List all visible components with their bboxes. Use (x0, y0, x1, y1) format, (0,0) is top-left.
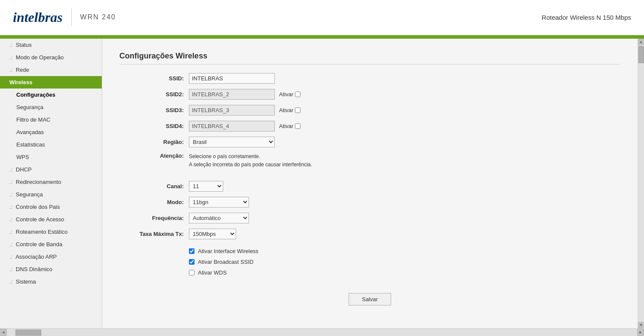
scroll-up-button[interactable]: ▲ (638, 39, 644, 45)
modo-select[interactable]: 11bgn (189, 197, 249, 208)
sidebar-item-controle-acesso[interactable]: .: Controle de Acesso (0, 213, 102, 226)
form-section: SSID: SSID2: Ativar SSID3: Ativar (119, 73, 620, 305)
ssid2-label: SSID2: (119, 91, 184, 98)
sidebar-item-estatisticas[interactable]: Estatísticas (0, 138, 102, 151)
ativar4-checkbox[interactable] (295, 123, 301, 129)
scroll-right-button[interactable]: ► (637, 329, 644, 336)
ssid4-label: SSID4: (119, 123, 184, 129)
ativar4-text: Ativar (279, 123, 293, 129)
dot-icon: .: (9, 204, 12, 210)
ativar2-checkbox[interactable] (295, 92, 301, 97)
ssid-input[interactable] (189, 73, 275, 84)
sidebar-label-status: Status (16, 42, 32, 48)
sidebar-item-wireless[interactable]: Wireless (0, 76, 102, 89)
ssid3-row: SSID3: Ativar (119, 105, 620, 116)
header-left: intelbras WRN 240 (13, 9, 116, 26)
sidebar-item-controle-pais[interactable]: .: Controle dos Pais (0, 201, 102, 213)
atencao-label: Atenção: (119, 153, 184, 159)
atencao-row: Atenção: Selecione o país corretamente. … (119, 153, 620, 169)
sidebar-label-wps: WPS (16, 154, 29, 160)
sidebar-item-seguranca2[interactable]: .: Segurança (0, 188, 102, 201)
taxa-row: Taxa Máxima Tx: 150Mbps (119, 229, 620, 239)
regiao-select[interactable]: Brasil (189, 137, 275, 147)
sidebar-item-redirecionamento[interactable]: .: Redirecionamento (0, 176, 102, 188)
sidebar-label-rede: Rede (16, 67, 29, 73)
sidebar: .: Status .: Modo de Operação .: Rede Wi… (0, 39, 102, 328)
ssid3-input[interactable] (189, 105, 275, 116)
sidebar-item-filtro-mac[interactable]: Filtro de MAC (0, 113, 102, 126)
ativar4-label: Ativar (279, 123, 301, 129)
sidebar-item-modo-operacao[interactable]: .: Modo de Operação (0, 51, 102, 64)
regiao-row: Região: Brasil (119, 137, 620, 147)
ssid4-row: SSID4: Ativar (119, 121, 620, 131)
sidebar-label-redirecionamento: Redirecionamento (16, 179, 61, 185)
dot-icon: .: (9, 179, 12, 185)
sidebar-item-seguranca[interactable]: Segurança (0, 101, 102, 113)
frequencia-row: Frequência: Automático (119, 213, 620, 223)
sidebar-label-controle-acesso: Controle de Acesso (16, 216, 64, 223)
ativar3-checkbox[interactable] (295, 107, 301, 113)
dot-icon: .: (9, 67, 12, 73)
canal-select[interactable]: 11 (189, 181, 223, 192)
ssid-label: SSID: (119, 75, 184, 82)
dot-icon: .: (9, 241, 12, 247)
sidebar-item-dhcp[interactable]: .: DHCP (0, 163, 102, 176)
bottom-scroll-thumb[interactable] (15, 330, 41, 336)
canal-row: Canal: 11 (119, 181, 620, 192)
dot-icon: .: (9, 216, 12, 223)
regiao-label: Região: (119, 139, 184, 145)
product-name: Roteador Wireless N 150 Mbps (542, 14, 631, 21)
sidebar-item-wps[interactable]: WPS (0, 151, 102, 163)
ativar3-label: Ativar (279, 107, 301, 113)
spacer (119, 174, 620, 181)
main-layout: .: Status .: Modo de Operação .: Rede Wi… (0, 39, 644, 328)
header: intelbras WRN 240 Roteador Wireless N 15… (0, 0, 644, 35)
sidebar-label-dhcp: DHCP (16, 166, 32, 173)
atencao-line2: A seleção incorreta do país pode causar … (189, 161, 312, 169)
sidebar-label-filtro-mac: Filtro de MAC (16, 116, 50, 123)
sidebar-item-rede[interactable]: .: Rede (0, 64, 102, 76)
sidebar-item-controle-banda[interactable]: .: Controle de Banda (0, 238, 102, 250)
sidebar-label-avancadas: Avançadas (16, 129, 44, 135)
sidebar-label-controle-banda: Controle de Banda (16, 241, 62, 247)
ativar-interface-checkbox[interactable] (189, 248, 194, 254)
ssid2-input[interactable] (189, 89, 275, 100)
sidebar-label-dns: DNS Dinâmico (16, 266, 52, 272)
logo: intelbras (13, 9, 63, 25)
ssid4-input[interactable] (189, 121, 275, 131)
save-button[interactable]: Salvar (349, 293, 391, 305)
sidebar-item-associacao-arp[interactable]: .: Associação ARP (0, 250, 102, 263)
sidebar-item-dns-dinamico[interactable]: .: DNS Dinâmico (0, 263, 102, 275)
scrollbar: ▲ ▼ (638, 39, 644, 328)
taxa-select[interactable]: 150Mbps (189, 229, 236, 239)
ativar-wds-checkbox[interactable] (189, 270, 194, 275)
dot-icon: .: (9, 266, 12, 272)
ativar-interface-label: Ativar Interface Wireless (198, 248, 258, 254)
sidebar-item-configuracoes[interactable]: Configurações (0, 89, 102, 101)
frequencia-select[interactable]: Automático (189, 213, 249, 223)
scroll-down-button[interactable]: ▼ (638, 322, 644, 328)
dot-icon: .: (9, 166, 12, 173)
modo-row: Modo: 11bgn (119, 197, 620, 208)
sidebar-item-avancadas[interactable]: Avançadas (0, 126, 102, 138)
ativar-wds-row: Ativar WDS (189, 269, 620, 276)
atencao-text: Selecione o país corretamente. A seleção… (189, 153, 312, 169)
sidebar-label-controle-pais: Controle dos Pais (16, 204, 60, 210)
bottom-scrollbar: ◄ ► (0, 328, 644, 336)
taxa-label: Taxa Máxima Tx: (119, 231, 184, 237)
sidebar-item-status[interactable]: .: Status (0, 39, 102, 51)
dot-icon: .: (9, 229, 12, 235)
save-section: Salvar (119, 293, 620, 305)
scroll-left-button[interactable]: ◄ (0, 329, 7, 336)
ativar-broadcast-checkbox[interactable] (189, 259, 194, 265)
sidebar-label-estatisticas: Estatísticas (16, 141, 45, 148)
sidebar-item-sistema[interactable]: .: Sistema (0, 275, 102, 288)
scroll-thumb[interactable] (638, 46, 644, 63)
ativar2-text: Ativar (279, 91, 293, 98)
sidebar-label-wireless: Wireless (9, 79, 32, 86)
sidebar-item-roteamento-estatico[interactable]: .: Roteamento Estático (0, 226, 102, 238)
page-title: Configurações Wireless (119, 52, 620, 64)
sidebar-label-configuracoes: Configurações (16, 92, 55, 98)
sidebar-label-seguranca2: Segurança (16, 191, 43, 198)
modo-label: Modo: (119, 199, 184, 205)
